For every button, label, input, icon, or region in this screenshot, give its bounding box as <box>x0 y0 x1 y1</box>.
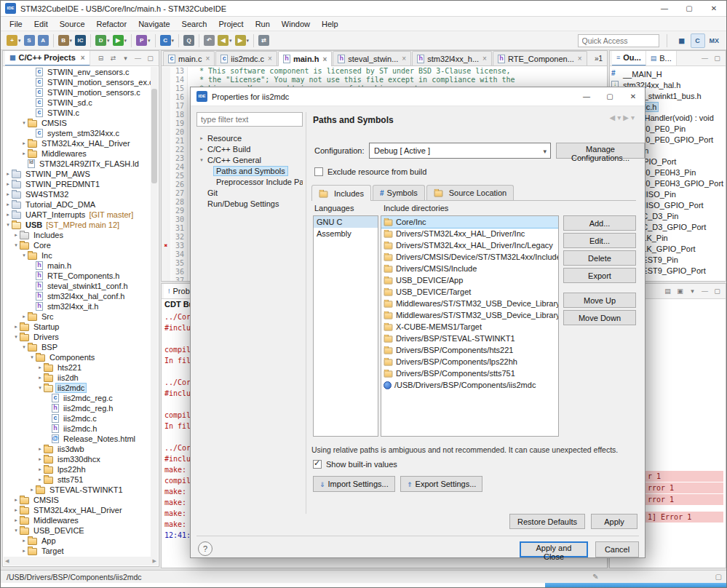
menu-item-help[interactable]: Help <box>316 18 344 30</box>
tree-collapsed-icon[interactable]: ▸ <box>12 324 20 330</box>
export-button[interactable]: Export <box>563 268 636 283</box>
project-tree-item-iis2mdc-reg-c[interactable]: iis2mdc_reg.c <box>3 393 151 403</box>
project-tree-vertical-scrollbar[interactable] <box>151 67 158 557</box>
link-editor-icon[interactable]: ⇄ <box>107 52 119 65</box>
dropdown-arrow-icon[interactable]: ▾ <box>247 38 250 44</box>
dialog-maximize-button[interactable]: ▢ <box>598 87 621 106</box>
dropdown-arrow-icon[interactable]: ▾ <box>229 38 232 44</box>
apply-button[interactable]: Apply <box>591 514 637 529</box>
dropdown-arrow-icon[interactable]: ▾ <box>172 38 175 44</box>
minimize-view-icon[interactable]: — <box>699 52 711 65</box>
tree-expanded-icon[interactable]: ▾ <box>20 253 28 258</box>
tree-collapsed-icon[interactable]: ▸ <box>36 375 44 381</box>
properties-tree-item-c-c-general[interactable]: ▾C/C++ General <box>196 154 303 165</box>
project-tree-item-ism330dhcx[interactable]: ▸ism330dhcx <box>3 454 151 464</box>
project-tree-item-iis2mdc-c[interactable]: iis2mdc.c <box>3 413 151 424</box>
tree-expanded-icon[interactable]: ▾ <box>28 354 36 360</box>
project-tree-item-includes[interactable]: ▸Includes <box>3 230 151 240</box>
project-tree-item-system-stm32l4xx-c[interactable]: system_stm32l4xx.c <box>3 128 151 138</box>
window-maximize-button[interactable]: ▢ <box>677 1 702 17</box>
new-c-cpp-icon[interactable]: C▾ <box>159 33 176 49</box>
add-button[interactable]: Add... <box>563 215 636 231</box>
tab-cpp-projects[interactable]: ▦ C/C++ Projects × <box>5 51 90 66</box>
run-icon[interactable]: ▶▾ <box>111 33 129 49</box>
tab-build-targets[interactable]: ▤ B... <box>646 51 677 66</box>
tree-expanded-icon[interactable]: ▾ <box>198 157 205 163</box>
tree-expanded-icon[interactable]: ▾ <box>4 222 12 228</box>
project-tree-item-stm32l4r9zitx-flash-ld[interactable]: STM32L4R9ZITx_FLASH.ld <box>3 159 151 169</box>
edit-button[interactable]: Edit... <box>563 233 636 248</box>
project-tree-item-uart-interrupts[interactable]: ▸UART_Interrupts [GIT master] <box>3 210 151 220</box>
include-dir-item[interactable]: /USB/Drivers/BSP/Components/iis2mdc <box>381 379 558 391</box>
scroll-lock-icon[interactable]: ▣ <box>674 285 686 298</box>
project-tree-item-stwin-motion-sensors-ex-c[interactable]: STWIN_motion_sensors_ex.c <box>3 77 151 87</box>
move-down-button[interactable]: Move Down <box>563 310 636 325</box>
tree-collapsed-icon[interactable]: ▸ <box>12 497 20 503</box>
console-menu-icon[interactable]: ▾ <box>686 285 699 298</box>
include-dir-item[interactable]: Core/Inc <box>381 216 558 228</box>
project-tree-item-bsp[interactable]: ▾BSP <box>3 342 151 352</box>
tree-collapsed-icon[interactable]: ▸ <box>4 171 12 177</box>
tree-collapsed-icon[interactable]: ▸ <box>20 140 28 146</box>
project-tree-item-stwin-predmnt1[interactable]: ▸STWIN_PREDMNT1 <box>3 179 151 189</box>
include-dir-item[interactable]: USB_DEVICE/Target <box>381 286 558 298</box>
tree-collapsed-icon[interactable]: ▸ <box>28 487 36 493</box>
tab-includes[interactable]: Includes <box>311 185 371 201</box>
manage-configurations-button[interactable]: Manage Configurations... <box>556 143 645 159</box>
clear-console-icon[interactable]: ▤ <box>662 285 674 298</box>
editor-tab-main-c[interactable]: main.c× <box>163 51 215 65</box>
tree-expanded-icon[interactable]: ▾ <box>20 120 28 126</box>
editor-tab-main-h[interactable]: main.h× <box>278 51 332 66</box>
tree-expanded-icon[interactable]: ▾ <box>20 344 28 350</box>
close-tab-icon[interactable]: × <box>268 55 272 63</box>
project-tree-item-stwin-pm-aws[interactable]: ▸STWIN_PM_AWS <box>3 169 151 179</box>
project-tree-item-rte-components-h[interactable]: RTE_Components.h <box>3 271 151 281</box>
tree-collapsed-icon[interactable]: ▸ <box>4 212 12 218</box>
editor-tab-stm32l4xx-h[interactable]: stm32l4xx_h...× <box>412 51 492 65</box>
tree-collapsed-icon[interactable]: ▸ <box>198 135 205 141</box>
search-icon[interactable]: Q <box>182 33 196 49</box>
move-up-button[interactable]: Move Up <box>563 293 636 308</box>
close-tab-icon[interactable]: × <box>578 55 582 63</box>
scrollbar-thumb[interactable] <box>151 89 157 183</box>
tree-collapsed-icon[interactable]: ▸ <box>198 146 205 152</box>
configuration-select[interactable]: Debug [ Active ] <box>369 143 551 159</box>
menu-item-search[interactable]: Search <box>176 18 213 30</box>
close-view-icon[interactable]: × <box>81 54 85 62</box>
tree-expanded-icon[interactable]: ▾ <box>12 334 20 340</box>
project-tree-item-stwin-motion-sensors-c[interactable]: STWIN_motion_sensors.c <box>3 87 151 98</box>
include-dir-item[interactable]: Middlewares/ST/STM32_USB_Device_Library/… <box>381 309 558 321</box>
include-dir-item[interactable]: Drivers/STM32L4xx_HAL_Driver/Inc <box>381 228 558 239</box>
project-tree-item-startup[interactable]: ▸Startup <box>3 322 151 332</box>
project-tree-item-iis2mdc[interactable]: ▾iis2mdc <box>3 383 151 393</box>
project-tree-item-iis2dh[interactable]: ▸iis2dh <box>3 373 151 383</box>
nav-back-dropdown-icon[interactable]: ▾ <box>617 114 621 122</box>
show-builtin-checkbox[interactable] <box>313 460 322 469</box>
tab-source-location[interactable]: Source Location <box>426 185 515 200</box>
include-dir-item[interactable]: Drivers/BSP/Components/stts751 <box>381 368 558 379</box>
editor-tab-steval-stwin[interactable]: steval_stwin...× <box>333 51 411 65</box>
project-tree-item-steval-stwinkt1[interactable]: ▸STEVAL-STWINKT1 <box>3 485 151 495</box>
tree-collapsed-icon[interactable]: ▸ <box>20 538 28 544</box>
dropdown-arrow-icon[interactable]: ▾ <box>70 38 73 44</box>
include-dir-item[interactable]: Drivers/CMSIS/Device/ST/STM32L4xx/Includ… <box>381 251 558 263</box>
quick-access-input[interactable] <box>578 34 659 47</box>
tree-collapsed-icon[interactable]: ▸ <box>36 477 44 482</box>
properties-tree-item-paths-and-symbols[interactable]: Paths and Symbols <box>196 165 303 176</box>
language-item-gnu-c[interactable]: GNU C <box>314 216 378 228</box>
project-tree-item-stm32l4xx-hal-conf-h[interactable]: stm32l4xx_hal_conf.h <box>3 291 151 301</box>
project-tree-item-src[interactable]: ▸Src <box>3 311 151 322</box>
tree-collapsed-icon[interactable]: ▸ <box>12 517 20 523</box>
include-dir-item[interactable]: Drivers/STM32L4xx_HAL_Driver/Inc/Legacy <box>381 239 558 251</box>
project-tree-item-components[interactable]: ▾Components <box>3 352 151 362</box>
maximize-view-icon[interactable]: ▢ <box>144 52 156 65</box>
project-tree-item-stm32l4xx-hal-driver[interactable]: ▸STM32L4xx_HAL_Driver <box>3 505 151 515</box>
project-tree-item-release-notes-html[interactable]: Release_Notes.html <box>3 434 151 444</box>
project-tree-item-middlewares[interactable]: ▸Middlewares <box>3 515 151 525</box>
status-panel-icon[interactable]: ▢ <box>715 573 722 581</box>
dropdown-arrow-icon[interactable]: ▾ <box>18 38 21 44</box>
device-configuration-icon[interactable]: IC <box>74 33 87 49</box>
project-tree-item-inc[interactable]: ▾Inc <box>3 250 151 261</box>
project-tree-item-lps22hh[interactable]: ▸lps22hh <box>3 464 151 474</box>
properties-tree-item-preprocessor-include-pat[interactable]: Preprocessor Include Pat... <box>196 176 303 187</box>
